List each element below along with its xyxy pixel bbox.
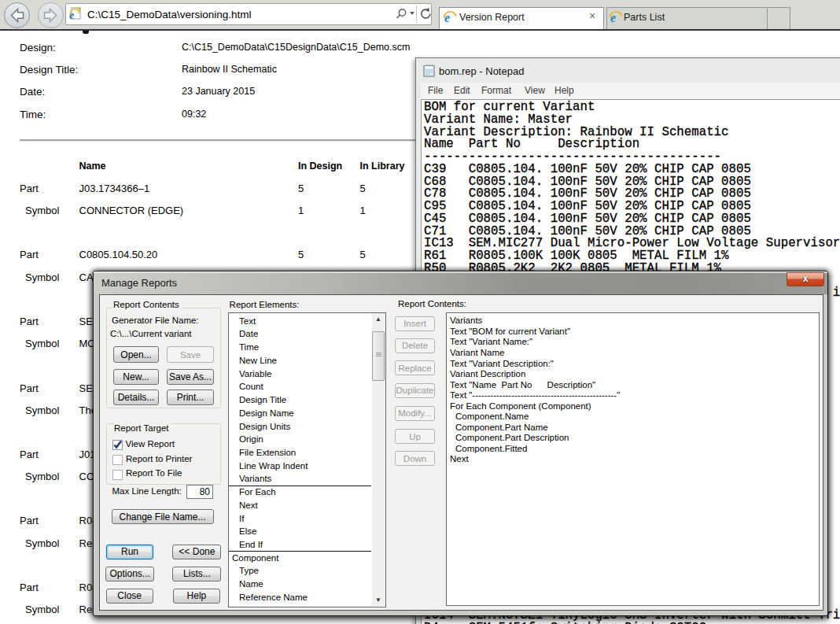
svg-text:e: e <box>69 9 74 20</box>
